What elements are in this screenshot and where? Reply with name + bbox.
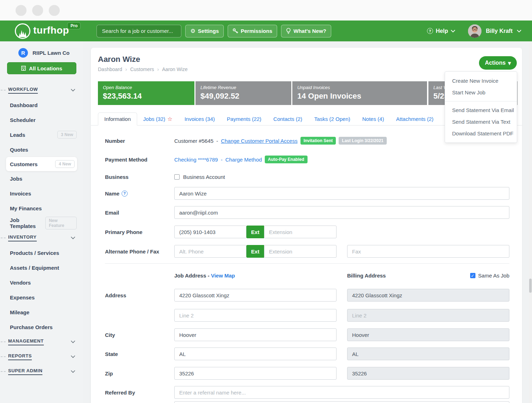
all-locations-button[interactable]: All Locations bbox=[7, 62, 76, 74]
fax-input[interactable] bbox=[347, 245, 509, 258]
sidebar-item-invoices[interactable]: Invoices bbox=[0, 186, 83, 201]
window-control-dot bbox=[49, 5, 60, 16]
settings-button[interactable]: ⚙ Settings bbox=[185, 25, 224, 37]
sidebar-item-label: Vendors bbox=[10, 280, 31, 286]
payment-account-link[interactable]: Checking ****6789 bbox=[174, 157, 218, 163]
section-header-management[interactable]: MANAGEMENT bbox=[0, 334, 83, 349]
section-header-reports[interactable]: REPORTS bbox=[0, 349, 83, 364]
chevron-down-icon[interactable] bbox=[517, 30, 521, 33]
same-as-job-label: Same As Job bbox=[478, 273, 509, 279]
sidebar-item-scheduler[interactable]: Scheduler bbox=[0, 112, 83, 127]
sidebar-item-vendors[interactable]: Vendors bbox=[0, 275, 83, 290]
lightbulb-icon bbox=[286, 28, 291, 34]
whats-new-label: What's New? bbox=[293, 28, 326, 34]
menu-item-start-new-job[interactable]: Start New Job bbox=[445, 87, 517, 98]
section-dash-decoration bbox=[1, 238, 6, 238]
sidebar-item-label: Leads bbox=[10, 132, 25, 138]
sidebar: R RIIPL Lawn Co All Locations WORKFLOW D… bbox=[0, 41, 83, 403]
sidebar-item-label: Quotes bbox=[10, 147, 28, 153]
address-row: Address bbox=[91, 289, 522, 302]
section-dash-decoration bbox=[1, 356, 6, 357]
business-row: Business Business Account bbox=[91, 170, 522, 183]
change-portal-access-link[interactable]: Change Customer Portal Access bbox=[221, 138, 298, 144]
sidebar-item-leads[interactable]: Leads 3 New bbox=[0, 127, 83, 142]
menu-item-create-new-invoice[interactable]: Create New Invoice bbox=[445, 75, 517, 87]
scrollbar-thumb[interactable] bbox=[529, 279, 532, 293]
sidebar-item-mileage[interactable]: Mileage bbox=[0, 305, 83, 320]
billing-zip-input bbox=[347, 367, 509, 380]
menu-item-download-statement-pdf[interactable]: Download Statement PDF bbox=[445, 128, 517, 139]
billing-state-input bbox=[347, 347, 509, 360]
whats-new-button[interactable]: What's New? bbox=[281, 25, 331, 37]
section-header-workflow[interactable]: WORKFLOW bbox=[0, 83, 83, 98]
job-address-input[interactable] bbox=[174, 289, 337, 302]
alt-phone-extension-input[interactable] bbox=[264, 245, 337, 258]
new-count-badge: 4 New bbox=[55, 160, 75, 168]
menu-item-send-statement-text[interactable]: Send Statement Via Text bbox=[445, 116, 517, 128]
sidebar-item-jobs[interactable]: Jobs bbox=[0, 171, 83, 186]
business-account-checkbox[interactable] bbox=[174, 174, 180, 180]
address-line2-row bbox=[91, 309, 522, 322]
billing-address-input bbox=[347, 289, 509, 302]
sidebar-item-products-services[interactable]: Products / Services bbox=[0, 245, 83, 260]
invitation-sent-badge: Invitation Sent bbox=[300, 137, 336, 145]
window-control-dot bbox=[16, 5, 27, 16]
referred-by-input[interactable] bbox=[174, 386, 509, 399]
name-help-icon[interactable]: ? bbox=[122, 191, 128, 197]
sidebar-item-label: Job Templates bbox=[10, 217, 45, 229]
chevron-down-icon bbox=[71, 236, 75, 239]
brand-logo[interactable]: turfhop Pro bbox=[15, 23, 80, 39]
section-label: WORKFLOW bbox=[8, 87, 38, 94]
section-label: REPORTS bbox=[8, 353, 32, 360]
charge-method-link[interactable]: Charge Method bbox=[225, 157, 262, 163]
sidebar-item-label: Assets / Equipment bbox=[10, 265, 59, 271]
section-label: MANAGEMENT bbox=[8, 338, 44, 345]
primary-phone-extension-input[interactable] bbox=[264, 226, 337, 238]
help-menu[interactable]: ? Help bbox=[427, 28, 456, 34]
job-zip-input[interactable] bbox=[174, 367, 337, 380]
new-feature-badge: New Feature bbox=[45, 217, 77, 229]
page-scrollbar[interactable] bbox=[529, 41, 532, 403]
user-name[interactable]: Billy Kraft bbox=[486, 28, 513, 34]
chevron-down-icon bbox=[71, 340, 75, 343]
same-as-job-checkbox[interactable]: ✓ bbox=[470, 273, 475, 278]
field-label: Email bbox=[105, 206, 119, 219]
sidebar-item-purchase-orders[interactable]: Purchase Orders bbox=[0, 320, 83, 334]
sidebar-item-job-templates[interactable]: Job Templates New Feature bbox=[0, 216, 83, 230]
name-input[interactable] bbox=[174, 187, 509, 200]
job-address-line2-input[interactable] bbox=[174, 309, 337, 322]
section-header-inventory[interactable]: INVENTORY bbox=[0, 230, 83, 245]
sidebar-item-quotes[interactable]: Quotes bbox=[0, 142, 83, 157]
sidebar-item-customers[interactable]: Customers 4 New bbox=[6, 157, 77, 171]
field-label: Number bbox=[105, 134, 125, 147]
company-name: RIIPL Lawn Co bbox=[33, 50, 70, 56]
billing-address-line2-input bbox=[347, 309, 509, 322]
dash-separator: - bbox=[221, 157, 222, 163]
sidebar-item-label: Mileage bbox=[10, 309, 29, 315]
sidebar-item-assets-equipment[interactable]: Assets / Equipment bbox=[0, 260, 83, 275]
field-label: Address bbox=[105, 289, 126, 302]
section-dash-decoration bbox=[1, 90, 6, 90]
section-header-super-admin[interactable]: SUPER ADMIN bbox=[0, 364, 83, 379]
state-row: State bbox=[91, 347, 522, 360]
company-avatar: R bbox=[18, 48, 28, 58]
company-row[interactable]: R RIIPL Lawn Co bbox=[18, 48, 83, 58]
job-state-input[interactable] bbox=[174, 347, 337, 360]
chevron-down-icon bbox=[71, 370, 75, 373]
permissions-button[interactable]: Permissions bbox=[228, 25, 277, 37]
job-city-input[interactable] bbox=[174, 328, 337, 341]
global-search-input[interactable] bbox=[97, 25, 181, 37]
email-input[interactable] bbox=[174, 206, 509, 219]
sidebar-item-label: Invoices bbox=[10, 191, 31, 197]
grass-logo-icon bbox=[15, 23, 30, 39]
all-locations-label: All Locations bbox=[29, 65, 62, 71]
view-map-link[interactable]: View Map bbox=[211, 273, 235, 279]
menu-item-send-statement-email[interactable]: Send Statement Via Email bbox=[445, 104, 517, 116]
sidebar-item-my-finances[interactable]: My Finances bbox=[0, 201, 83, 216]
primary-phone-input[interactable] bbox=[174, 226, 246, 238]
sidebar-item-expenses[interactable]: Expenses bbox=[0, 290, 83, 305]
user-avatar[interactable] bbox=[468, 24, 481, 38]
help-question-icon: ? bbox=[427, 28, 433, 34]
alt-phone-input[interactable] bbox=[174, 245, 246, 258]
sidebar-item-dashboard[interactable]: Dashboard bbox=[0, 98, 83, 112]
